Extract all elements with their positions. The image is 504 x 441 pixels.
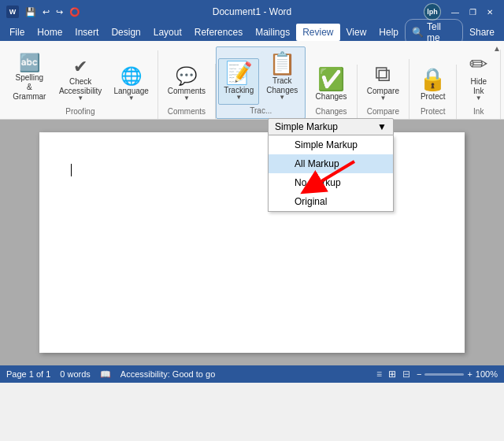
protect-label: Protect bbox=[421, 92, 446, 102]
track-changes-label: TrackChanges bbox=[266, 76, 298, 95]
tracking-buttons: 📝 Tracking ▼ 📋 TrackChanges ▼ bbox=[218, 49, 303, 105]
ribbon-group-proofing: 🔤 Spelling &Grammar ✔ CheckAccessibility… bbox=[3, 50, 158, 119]
proofing-group-label: Proofing bbox=[65, 107, 94, 116]
page-info[interactable]: Page 1 of 1 bbox=[6, 369, 50, 379]
menu-view[interactable]: View bbox=[340, 24, 373, 41]
save-qa-btn[interactable]: 💾 bbox=[24, 6, 38, 19]
menu-help[interactable]: Help bbox=[372, 24, 405, 41]
check-accessibility-button[interactable]: ✔ CheckAccessibility ▼ bbox=[54, 54, 106, 106]
zoom-slider[interactable] bbox=[424, 373, 464, 376]
zoom-in-icon[interactable]: + bbox=[467, 369, 472, 379]
language-icon: 🌐 bbox=[120, 68, 142, 85]
menu-layout[interactable]: Layout bbox=[147, 24, 188, 41]
track-changes-icon: 📋 bbox=[269, 53, 296, 75]
hide-ink-arrow: ▼ bbox=[476, 94, 482, 102]
protect-group-label: Protect bbox=[421, 107, 446, 116]
ribbon-group-ink: ✏ HideInk ▼ Ink bbox=[457, 50, 501, 119]
track-changes-button[interactable]: 📋 TrackChanges ▼ bbox=[261, 49, 303, 105]
tell-me-label: Tell me bbox=[427, 21, 456, 43]
compare-buttons: ⧉ Compare ▼ bbox=[361, 59, 405, 106]
protect-button[interactable]: 🔒 Protect bbox=[413, 65, 452, 106]
close-button[interactable]: ✕ bbox=[482, 4, 498, 20]
option-no-markup[interactable]: No Markup bbox=[269, 173, 393, 192]
option-all-markup[interactable]: All Markup bbox=[269, 154, 393, 173]
menu-home[interactable]: Home bbox=[31, 24, 69, 41]
original-label: Original bbox=[295, 196, 327, 207]
menu-review[interactable]: Review bbox=[296, 24, 339, 41]
window-controls: — ❐ ✕ bbox=[447, 4, 498, 20]
redo-qa-btn[interactable]: ↪ bbox=[54, 6, 65, 19]
dropdown-arrow-icon: ▼ bbox=[377, 121, 387, 132]
ink-group-label: Ink bbox=[473, 107, 484, 116]
spelling-grammar-button[interactable]: 🔤 Spelling &Grammar bbox=[6, 50, 52, 106]
hide-ink-button[interactable]: ✏ HideInk ▼ bbox=[461, 50, 496, 106]
changes-label: Changes bbox=[316, 92, 347, 102]
zoom-control[interactable]: − + 100% bbox=[417, 369, 498, 379]
ribbon-group-protect: 🔒 Protect Protect bbox=[410, 65, 457, 119]
comments-buttons: 💬 Comments ▼ bbox=[162, 64, 211, 106]
no-markup-label: No Markup bbox=[295, 177, 341, 188]
simple-markup-label: Simple Markup bbox=[295, 139, 358, 150]
circle-qa-btn[interactable]: ⭕ bbox=[68, 6, 82, 19]
tracking-icon: 📝 bbox=[225, 62, 253, 84]
view-web-button[interactable]: ⊟ bbox=[402, 369, 410, 380]
hide-ink-label: HideInk bbox=[470, 77, 487, 96]
cursor bbox=[71, 164, 72, 176]
ribbon-collapse-button[interactable]: ▲ bbox=[493, 44, 501, 53]
word-app-icon: W bbox=[6, 6, 19, 18]
markup-dropdown-container: Simple Markup ▼ Simple Markup All Markup… bbox=[268, 118, 394, 212]
search-icon: 🔍 bbox=[412, 27, 424, 38]
protect-buttons: 🔒 Protect bbox=[413, 65, 452, 106]
changes-button[interactable]: ✅ Changes bbox=[310, 65, 353, 106]
changes-buttons: ✅ Changes bbox=[310, 65, 353, 106]
menu-references[interactable]: References bbox=[188, 24, 249, 41]
status-left: Page 1 of 1 0 words 📖 Accessibility: Goo… bbox=[6, 369, 215, 380]
check-accessibility-arrow: ▼ bbox=[77, 94, 83, 102]
undo-qa-btn[interactable]: ↩ bbox=[41, 6, 51, 19]
accessibility-status[interactable]: Accessibility: Good to go bbox=[120, 369, 215, 379]
menu-mailings[interactable]: Mailings bbox=[249, 24, 296, 41]
menu-insert[interactable]: Insert bbox=[69, 24, 105, 41]
comments-icon: 💬 bbox=[176, 68, 197, 85]
menu-bar: File Home Insert Design Layout Reference… bbox=[0, 24, 504, 41]
view-read-button[interactable]: ≡ bbox=[376, 369, 382, 380]
tracking-button[interactable]: 📝 Tracking ▼ bbox=[218, 58, 259, 105]
ribbon: 🔤 Spelling &Grammar ✔ CheckAccessibility… bbox=[0, 41, 504, 120]
menu-share[interactable]: Share bbox=[463, 24, 501, 41]
minimize-button[interactable]: — bbox=[447, 4, 463, 20]
spelling-label: Spelling &Grammar bbox=[12, 73, 46, 102]
abc-icon: 🔤 bbox=[19, 54, 40, 72]
tracking-arrow: ▼ bbox=[235, 94, 242, 101]
maximize-button[interactable]: ❐ bbox=[465, 4, 480, 20]
ribbon-group-compare: ⧉ Compare ▼ Compare bbox=[358, 59, 410, 119]
menu-design[interactable]: Design bbox=[105, 24, 146, 41]
status-right: ≡ ⊞ ⊟ − + 100% bbox=[376, 369, 498, 380]
ink-buttons: ✏ HideInk ▼ bbox=[461, 50, 496, 106]
zoom-level[interactable]: 100% bbox=[476, 369, 498, 379]
view-print-button[interactable]: ⊞ bbox=[388, 369, 396, 380]
quick-access-toolbar: 💾 ↩ ↪ ⭕ bbox=[24, 6, 82, 19]
track-changes-arrow: ▼ bbox=[279, 94, 285, 101]
zoom-out-icon[interactable]: − bbox=[417, 369, 421, 379]
user-avatar[interactable]: lph bbox=[424, 3, 441, 20]
language-button[interactable]: 🌐 Language ▼ bbox=[109, 64, 154, 106]
menu-file[interactable]: File bbox=[3, 24, 31, 41]
comments-arrow: ▼ bbox=[183, 94, 190, 102]
markup-dropdown-header[interactable]: Simple Markup ▼ bbox=[268, 118, 394, 135]
markup-dropdown-current-value: Simple Markup bbox=[275, 121, 338, 132]
word-count[interactable]: 0 words bbox=[60, 369, 91, 379]
ribbon-group-changes: ✅ Changes Changes bbox=[306, 65, 357, 119]
option-simple-markup[interactable]: Simple Markup bbox=[269, 135, 393, 154]
ribbon-group-tracking: 📝 Tracking ▼ 📋 TrackChanges ▼ Trac... bbox=[216, 46, 306, 119]
changes-icon: ✅ bbox=[317, 69, 345, 91]
option-original[interactable]: Original bbox=[269, 192, 393, 211]
title-bar-left: W 💾 ↩ ↪ ⭕ bbox=[6, 6, 82, 19]
compare-arrow: ▼ bbox=[380, 94, 386, 102]
check-accessibility-label: CheckAccessibility bbox=[59, 77, 102, 96]
compare-button[interactable]: ⧉ Compare ▼ bbox=[361, 59, 405, 106]
document-page[interactable] bbox=[39, 132, 465, 353]
hide-ink-icon: ✏ bbox=[469, 54, 487, 76]
comments-button[interactable]: 💬 Comments ▼ bbox=[162, 64, 211, 106]
book-icon: 📖 bbox=[100, 369, 111, 380]
document-title: Document1 - Word bbox=[213, 6, 291, 17]
